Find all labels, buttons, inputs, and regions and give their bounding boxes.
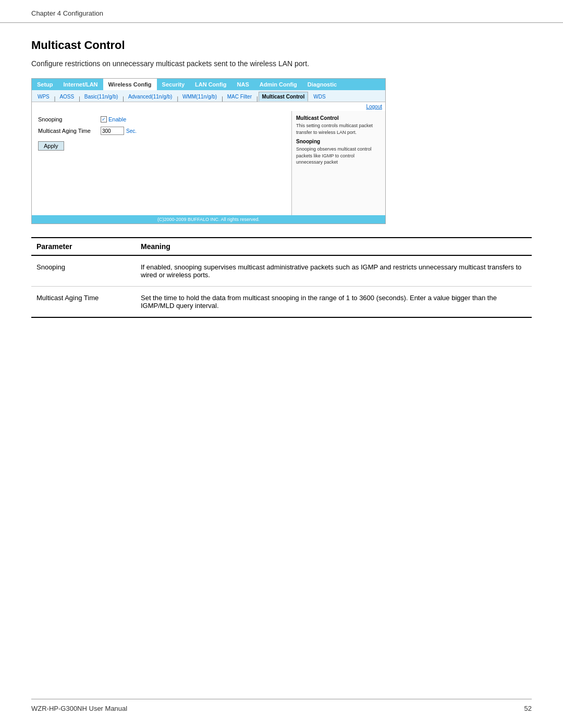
nav-tab-setup[interactable]: Setup xyxy=(32,79,58,90)
nav-tab-nas[interactable]: NAS xyxy=(232,79,254,90)
footer-right: 52 xyxy=(524,705,532,712)
aging-time-value: Sec. xyxy=(101,127,137,135)
apply-button-row: Apply xyxy=(38,139,285,151)
router-footer: (C)2000-2009 BUFFALO INC. All rights res… xyxy=(32,215,385,224)
param-aging-time: Multicast Aging Time xyxy=(31,287,136,318)
snooping-enable-text: Enable xyxy=(108,116,126,122)
meaning-aging-time: Set the time to hold the data from multi… xyxy=(136,287,532,318)
router-ui-frame: Setup Internet/LAN Wireless Config Secur… xyxy=(31,78,386,224)
breadcrumb: Chapter 4 Configuration xyxy=(0,0,563,23)
sub-tab-wmm[interactable]: WMM(11n/g/b) xyxy=(179,92,221,102)
sub-tab-basic[interactable]: Basic(11n/g/b) xyxy=(81,92,121,102)
page-title: Multicast Control xyxy=(31,39,532,52)
sidebar-title-1: Multicast Control xyxy=(296,115,381,121)
snooping-value: ✓ Enable xyxy=(101,116,126,122)
table-row: Multicast Aging Time Set the time to hol… xyxy=(31,287,532,318)
nav-tabs-top: Setup Internet/LAN Wireless Config Secur… xyxy=(32,79,385,90)
sub-tabs-row: WPS | AOSS | Basic(11n/g/b) | Advanced(1… xyxy=(32,90,385,102)
aging-time-input[interactable] xyxy=(101,127,124,135)
nav-tab-adminconfig[interactable]: Admin Config xyxy=(254,79,302,90)
page-footer: WZR-HP-G300NH User Manual 52 xyxy=(31,699,532,712)
router-body: Snooping ✓ Enable Multicast Aging Time S… xyxy=(32,111,385,215)
nav-tab-security[interactable]: Security xyxy=(157,79,190,90)
sub-tab-multicastcontrol[interactable]: Multicast Control xyxy=(259,92,309,102)
snooping-label: Snooping xyxy=(38,116,101,122)
col-header-meaning: Meaning xyxy=(136,238,532,255)
router-sidebar: Multicast Control This setting controls … xyxy=(291,111,385,215)
logout-link[interactable]: Logout xyxy=(366,104,382,109)
param-snooping: Snooping xyxy=(31,255,136,287)
aging-unit-label: Sec. xyxy=(126,128,137,134)
table-row: Snooping If enabled, snooping supervises… xyxy=(31,255,532,287)
sidebar-text-2: Snooping observes multicast control pack… xyxy=(296,146,381,166)
router-form-area: Snooping ✓ Enable Multicast Aging Time S… xyxy=(32,111,291,215)
sub-tab-aoss[interactable]: AOSS xyxy=(56,92,78,102)
sub-tab-macfilter[interactable]: MAC Filter xyxy=(224,92,255,102)
snooping-checkbox-label[interactable]: ✓ Enable xyxy=(101,116,126,122)
aging-time-label: Multicast Aging Time xyxy=(38,128,101,134)
sub-tab-wds[interactable]: WDS xyxy=(310,92,329,102)
meaning-snooping: If enabled, snooping supervises multicas… xyxy=(136,255,532,287)
param-table: Parameter Meaning Snooping If enabled, s… xyxy=(31,237,532,318)
col-header-parameter: Parameter xyxy=(31,238,136,255)
footer-left: WZR-HP-G300NH User Manual xyxy=(31,705,127,712)
nav-tab-internetlan[interactable]: Internet/LAN xyxy=(58,79,103,90)
apply-button[interactable]: Apply xyxy=(38,141,64,151)
sidebar-title-2: Snooping xyxy=(296,139,381,144)
nav-tab-diagnostic[interactable]: Diagnostic xyxy=(302,79,342,90)
sidebar-text-1: This setting controls multicast packet t… xyxy=(296,122,381,135)
snooping-row: Snooping ✓ Enable xyxy=(38,116,285,122)
sub-tab-wps[interactable]: WPS xyxy=(34,92,53,102)
page-subtitle: Configure restrictions on unnecessary mu… xyxy=(31,59,532,68)
snooping-checkbox[interactable]: ✓ xyxy=(101,116,107,122)
nav-tab-wirelessconfig[interactable]: Wireless Config xyxy=(103,79,157,90)
sub-tab-advanced[interactable]: Advanced(11n/g/b) xyxy=(125,92,176,102)
logout-row: Logout xyxy=(32,102,385,111)
nav-tab-lanconfig[interactable]: LAN Config xyxy=(190,79,231,90)
breadcrumb-text: Chapter 4 Configuration xyxy=(31,9,103,17)
aging-time-row: Multicast Aging Time Sec. xyxy=(38,127,285,135)
